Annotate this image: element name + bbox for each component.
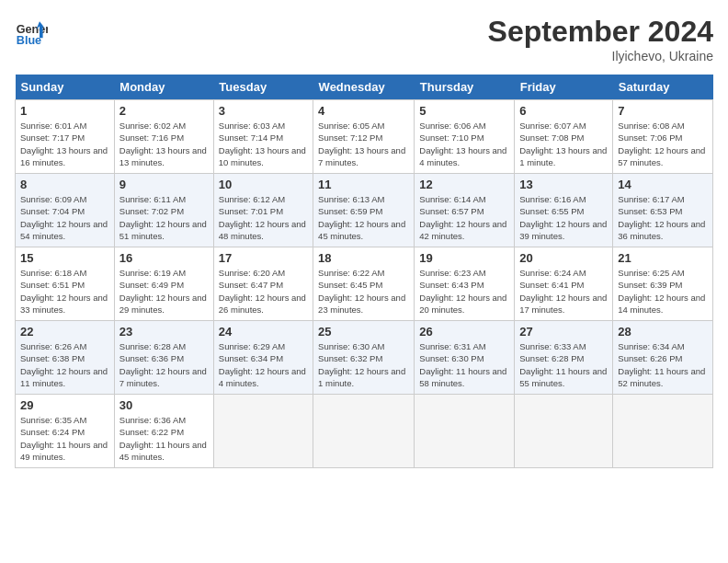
day-info: Sunrise: 6:24 AMSunset: 6:41 PMDaylight:… bbox=[519, 267, 608, 316]
calendar-cell: 22Sunrise: 6:26 AMSunset: 6:38 PMDayligh… bbox=[16, 321, 115, 395]
calendar-cell: 12Sunrise: 6:14 AMSunset: 6:57 PMDayligh… bbox=[415, 174, 515, 247]
day-number: 13 bbox=[519, 178, 608, 191]
header-cell-monday: Monday bbox=[114, 75, 213, 100]
day-number: 4 bbox=[318, 104, 409, 118]
day-number: 18 bbox=[318, 251, 409, 265]
day-info: Sunrise: 6:28 AMSunset: 6:36 PMDaylight:… bbox=[119, 340, 209, 389]
calendar-cell: 26Sunrise: 6:31 AMSunset: 6:30 PMDayligh… bbox=[415, 321, 515, 395]
calendar-cell: 17Sunrise: 6:20 AMSunset: 6:47 PMDayligh… bbox=[213, 247, 313, 321]
calendar-cell: 1Sunrise: 6:01 AMSunset: 7:17 PMDaylight… bbox=[16, 100, 115, 174]
day-info: Sunrise: 6:26 AMSunset: 6:38 PMDaylight:… bbox=[20, 340, 109, 389]
calendar-table: SundayMondayTuesdayWednesdayThursdayFrid… bbox=[15, 75, 713, 468]
calendar-header: SundayMondayTuesdayWednesdayThursdayFrid… bbox=[16, 75, 713, 100]
calendar-cell: 27Sunrise: 6:33 AMSunset: 6:28 PMDayligh… bbox=[515, 321, 613, 395]
day-number: 26 bbox=[419, 325, 509, 339]
day-info: Sunrise: 6:36 AMSunset: 6:22 PMDaylight:… bbox=[119, 414, 209, 463]
day-number: 29 bbox=[20, 398, 109, 412]
calendar-cell: 4Sunrise: 6:05 AMSunset: 7:12 PMDaylight… bbox=[313, 100, 415, 174]
calendar-cell: 20Sunrise: 6:24 AMSunset: 6:41 PMDayligh… bbox=[515, 247, 613, 321]
day-info: Sunrise: 6:22 AMSunset: 6:45 PMDaylight:… bbox=[318, 267, 409, 316]
calendar-cell: 6Sunrise: 6:07 AMSunset: 7:08 PMDaylight… bbox=[515, 100, 613, 174]
calendar-cell: 15Sunrise: 6:18 AMSunset: 6:51 PMDayligh… bbox=[16, 247, 115, 321]
svg-text:Blue: Blue bbox=[17, 34, 41, 47]
calendar-cell: 24Sunrise: 6:29 AMSunset: 6:34 PMDayligh… bbox=[213, 321, 313, 395]
day-number: 12 bbox=[419, 178, 509, 191]
calendar-week-row: 22Sunrise: 6:26 AMSunset: 6:38 PMDayligh… bbox=[16, 321, 713, 395]
calendar-cell: 7Sunrise: 6:08 AMSunset: 7:06 PMDaylight… bbox=[613, 100, 713, 174]
title-block: September 2024 Ilyichevo, Ukraine bbox=[488, 15, 713, 63]
day-number: 16 bbox=[119, 251, 209, 265]
calendar-cell: 25Sunrise: 6:30 AMSunset: 6:32 PMDayligh… bbox=[313, 321, 415, 395]
logo-icon: General Blue bbox=[15, 15, 48, 48]
header-cell-wednesday: Wednesday bbox=[313, 75, 415, 100]
day-info: Sunrise: 6:03 AMSunset: 7:14 PMDaylight:… bbox=[219, 120, 308, 168]
calendar-cell bbox=[613, 395, 713, 468]
header-cell-saturday: Saturday bbox=[613, 75, 713, 100]
day-number: 19 bbox=[419, 251, 509, 265]
calendar-body: 1Sunrise: 6:01 AMSunset: 7:17 PMDaylight… bbox=[16, 100, 713, 468]
day-number: 14 bbox=[618, 178, 708, 191]
calendar-week-row: 15Sunrise: 6:18 AMSunset: 6:51 PMDayligh… bbox=[16, 247, 713, 321]
day-number: 30 bbox=[119, 398, 209, 412]
day-number: 3 bbox=[219, 104, 308, 118]
day-info: Sunrise: 6:34 AMSunset: 6:26 PMDaylight:… bbox=[618, 340, 708, 389]
day-number: 17 bbox=[219, 251, 308, 265]
calendar-cell bbox=[313, 395, 415, 468]
day-number: 23 bbox=[119, 325, 209, 339]
page-header: General Blue September 2024 Ilyichevo, U… bbox=[15, 15, 713, 63]
day-number: 9 bbox=[119, 178, 209, 191]
logo: General Blue bbox=[15, 15, 48, 48]
day-info: Sunrise: 6:12 AMSunset: 7:01 PMDaylight:… bbox=[219, 193, 308, 242]
calendar-cell bbox=[515, 395, 613, 468]
calendar-cell: 16Sunrise: 6:19 AMSunset: 6:49 PMDayligh… bbox=[114, 247, 213, 321]
header-cell-friday: Friday bbox=[515, 75, 613, 100]
calendar-cell: 11Sunrise: 6:13 AMSunset: 6:59 PMDayligh… bbox=[313, 174, 415, 247]
day-info: Sunrise: 6:05 AMSunset: 7:12 PMDaylight:… bbox=[318, 120, 409, 168]
calendar-cell bbox=[415, 395, 515, 468]
day-info: Sunrise: 6:02 AMSunset: 7:16 PMDaylight:… bbox=[119, 120, 209, 168]
day-number: 27 bbox=[519, 325, 608, 339]
day-number: 1 bbox=[20, 104, 109, 118]
day-info: Sunrise: 6:31 AMSunset: 6:30 PMDaylight:… bbox=[419, 340, 509, 389]
calendar-cell: 3Sunrise: 6:03 AMSunset: 7:14 PMDaylight… bbox=[213, 100, 313, 174]
day-number: 2 bbox=[119, 104, 209, 118]
month-title: September 2024 bbox=[488, 15, 713, 49]
day-number: 5 bbox=[419, 104, 509, 118]
day-info: Sunrise: 6:11 AMSunset: 7:02 PMDaylight:… bbox=[119, 193, 209, 242]
day-info: Sunrise: 6:17 AMSunset: 6:53 PMDaylight:… bbox=[618, 193, 708, 242]
day-number: 11 bbox=[318, 178, 409, 191]
day-info: Sunrise: 6:23 AMSunset: 6:43 PMDaylight:… bbox=[419, 267, 509, 316]
calendar-week-row: 8Sunrise: 6:09 AMSunset: 7:04 PMDaylight… bbox=[16, 174, 713, 247]
day-info: Sunrise: 6:18 AMSunset: 6:51 PMDaylight:… bbox=[20, 267, 109, 316]
calendar-cell: 14Sunrise: 6:17 AMSunset: 6:53 PMDayligh… bbox=[613, 174, 713, 247]
day-info: Sunrise: 6:01 AMSunset: 7:17 PMDaylight:… bbox=[20, 120, 109, 168]
calendar-cell: 21Sunrise: 6:25 AMSunset: 6:39 PMDayligh… bbox=[613, 247, 713, 321]
day-number: 7 bbox=[618, 104, 708, 118]
calendar-week-row: 1Sunrise: 6:01 AMSunset: 7:17 PMDaylight… bbox=[16, 100, 713, 174]
calendar-cell: 29Sunrise: 6:35 AMSunset: 6:24 PMDayligh… bbox=[16, 395, 115, 468]
day-number: 10 bbox=[219, 178, 308, 191]
day-number: 28 bbox=[618, 325, 708, 339]
header-cell-tuesday: Tuesday bbox=[213, 75, 313, 100]
calendar-cell: 13Sunrise: 6:16 AMSunset: 6:55 PMDayligh… bbox=[515, 174, 613, 247]
calendar-cell: 5Sunrise: 6:06 AMSunset: 7:10 PMDaylight… bbox=[415, 100, 515, 174]
day-number: 24 bbox=[219, 325, 308, 339]
day-info: Sunrise: 6:09 AMSunset: 7:04 PMDaylight:… bbox=[20, 193, 109, 242]
day-info: Sunrise: 6:19 AMSunset: 6:49 PMDaylight:… bbox=[119, 267, 209, 316]
calendar-cell: 9Sunrise: 6:11 AMSunset: 7:02 PMDaylight… bbox=[114, 174, 213, 247]
day-info: Sunrise: 6:16 AMSunset: 6:55 PMDaylight:… bbox=[519, 193, 608, 242]
calendar-cell: 2Sunrise: 6:02 AMSunset: 7:16 PMDaylight… bbox=[114, 100, 213, 174]
day-number: 15 bbox=[20, 251, 109, 265]
day-info: Sunrise: 6:25 AMSunset: 6:39 PMDaylight:… bbox=[618, 267, 708, 316]
calendar-week-row: 29Sunrise: 6:35 AMSunset: 6:24 PMDayligh… bbox=[16, 395, 713, 468]
location-subtitle: Ilyichevo, Ukraine bbox=[488, 49, 713, 63]
calendar-cell: 23Sunrise: 6:28 AMSunset: 6:36 PMDayligh… bbox=[114, 321, 213, 395]
header-cell-sunday: Sunday bbox=[16, 75, 115, 100]
day-info: Sunrise: 6:06 AMSunset: 7:10 PMDaylight:… bbox=[419, 120, 509, 168]
day-number: 6 bbox=[519, 104, 608, 118]
header-cell-thursday: Thursday bbox=[415, 75, 515, 100]
day-number: 25 bbox=[318, 325, 409, 339]
day-info: Sunrise: 6:07 AMSunset: 7:08 PMDaylight:… bbox=[519, 120, 608, 168]
calendar-cell: 28Sunrise: 6:34 AMSunset: 6:26 PMDayligh… bbox=[613, 321, 713, 395]
day-info: Sunrise: 6:14 AMSunset: 6:57 PMDaylight:… bbox=[419, 193, 509, 242]
